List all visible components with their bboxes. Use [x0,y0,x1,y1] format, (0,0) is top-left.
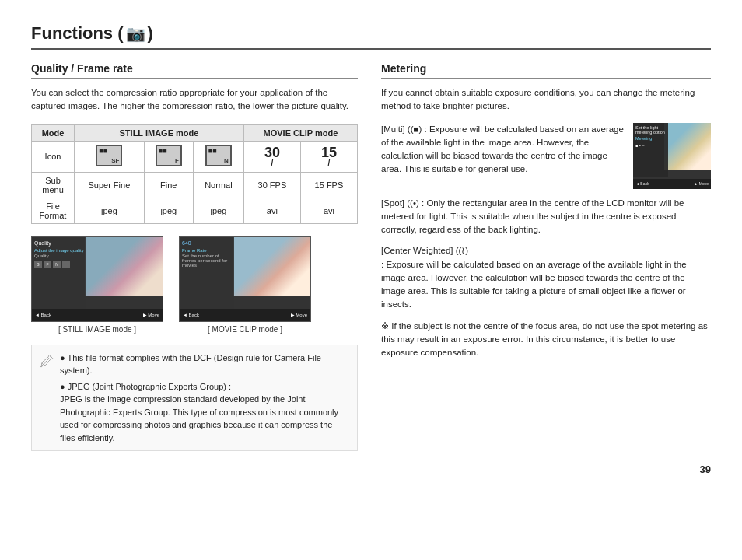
table-icon-normal: ■■ N [193,141,243,172]
title-text: Functions ( [31,23,124,43]
movie-menu-item-1: Frame Rate [182,248,232,253]
spot-text: [Spot] ((•) ) : : Only the rectangular a… [381,197,711,237]
table-icon-15fps: 15 / [300,141,357,172]
movie-move-label: ▶ Move [291,312,307,317]
table-movie-header: MOVIE CLIP mode [243,124,357,141]
metering-bottom-bar: ◄ Back ▶ Move [633,179,711,189]
multi-sym: ■ [414,124,419,134]
center-label: [Center Weighted] ( [381,246,459,255]
table-icon-superfine: ■■ SF [75,141,145,172]
multi-label-line: [Multi] ((■)) : : Exposure will be calcu… [381,123,625,177]
metering-back: ◄ Back [635,181,649,186]
note-line-1: ● This file format complies with the DCF… [60,352,349,377]
note2-text: JPEG (Joint Photographic Experts Group) … [68,382,231,391]
note-icon: 🖉 [40,352,54,445]
table-mode-header: Mode [32,124,75,141]
metering-screenshot: Set the light metering option Metering ■… [633,123,711,189]
metering-icon-2: • [639,143,641,148]
table-submenu-30fps: 30 FPS [243,172,300,198]
still-icon-4 [62,261,70,268]
metering-menu-icons: ■ • ~ [635,143,666,148]
quality-table: Mode STILL IMAGE mode MOVIE CLIP mode Ic… [31,124,358,224]
metering-icon-1: ■ [635,143,638,148]
camera-icon: 📷 [126,25,145,42]
metering-multi-text: [Multi] ((■)) : : Exposure will be calcu… [381,123,625,189]
still-icon-1: S [34,261,42,268]
metering-icon-3: ~ [642,143,645,148]
multi-label: [Multi] ( [381,124,411,134]
note-text: ● This file format complies with the DCF… [60,352,349,445]
movie-screenshot: 640 Frame Rate Set the number of frames … [179,236,311,322]
metering-menu-item-1: Set the light metering option [635,125,666,135]
note-line-2: ● JPEG (Joint Photographic Experts Group… [60,380,349,445]
metering-menu-item-2: Metering [635,136,666,141]
spot-desc: Only the rectangular area in the centre … [381,198,684,235]
still-caption: [ STILL IMAGE mode ] [58,325,136,334]
quality-section-title: Quality / Frame rate [31,62,358,79]
note1-text: This file format complies with the DCF (… [60,353,321,376]
still-photo [85,237,163,296]
movie-bottom-bar: ◄ Back ▶ Move [180,309,310,321]
still-screenshot: Quality Adjust the image quality Quality… [31,236,163,322]
metering-multi-row: [Multi] ((■)) : : Exposure will be calcu… [381,123,711,189]
still-menu-item-1: Adjust the image quality [34,248,84,253]
table-fileformat-sf: jpeg [75,198,145,223]
table-submenu-normal: Normal [193,172,243,198]
table-still-header: STILL IMAGE mode [75,124,244,141]
still-icon-3: N [53,261,61,268]
note-box: 🖉 ● This file format complies with the D… [31,345,358,452]
still-move-label: ▶ Move [143,312,159,317]
center-desc: : Exposure will be calculated based on a… [381,260,687,310]
table-submenu-fine: Fine [144,172,193,198]
table-submenu-label: Sub menu [32,172,75,198]
table-icon-label: Icon [32,141,75,172]
metering-photo [664,123,711,170]
note2-detail: JPEG is the image compression standard d… [60,394,338,443]
table-submenu-15fps: 15 FPS [300,172,357,198]
table-submenu-superfine: Super Fine [75,172,145,198]
page-header: Functions (📷) [31,23,711,50]
quality-intro: You can select the compression ratio app… [31,86,358,114]
movie-photo [233,237,310,296]
metering-center-row: [Center Weighted] ((≀) : Exposure will b… [381,244,711,311]
main-content: Quality / Frame rate You can select the … [31,62,711,451]
table-icon-fine: ■■ F [144,141,193,172]
still-icon-2: F [44,261,51,268]
spot-label: [Spot] ( [381,198,410,208]
still-icon-row: S F N [34,261,84,268]
page-number: 39 [31,464,711,475]
table-fileformat-n: jpeg [193,198,243,223]
table-icon-30fps: 30 / [243,141,300,172]
movie-menu-title: 640 [182,240,232,246]
right-column: Metering If you cannot obtain suitable e… [381,62,711,451]
movie-menu-item-2: Set the number of frames per second for … [182,254,232,268]
still-menu-item-2: Quality [34,254,84,258]
table-fileformat-15: avi [300,198,357,223]
movie-caption: [ MOVIE CLIP mode ] [208,325,282,334]
screenshots-row: Quality Adjust the image quality Quality… [31,236,358,334]
still-back-label: ◄ Back [35,313,51,317]
metering-spot-row: [Spot] ((•) ) : : Only the rectangular a… [381,197,711,237]
title-end: ) [148,23,153,43]
table-fileformat-f: jpeg [144,198,193,223]
left-column: Quality / Frame rate You can select the … [31,62,358,451]
metering-menu-panel: Set the light metering option Metering ■… [633,123,668,177]
spot-sym: • [413,198,416,208]
center-text: [Center Weighted] ((≀) : Exposure will b… [381,244,711,311]
still-bottom-bar: ◄ Back ▶ Move [32,309,163,321]
metering-intro: If you cannot obtain suitable exposure c… [381,86,711,114]
metering-section-title: Metering [381,62,711,79]
metering-note: ※ If the subject is not the centre of th… [381,320,711,360]
table-fileformat-label: FileFormat [32,198,75,223]
movie-back-label: ◄ Back [183,313,199,317]
metering-move: ▶ Move [695,181,709,186]
center-sym: ≀ [461,246,465,255]
table-fileformat-30: avi [243,198,300,223]
still-screenshot-container: Quality Adjust the image quality Quality… [31,236,163,334]
movie-screenshot-container: 640 Frame Rate Set the number of frames … [179,236,311,334]
page-title: Functions (📷) [31,23,153,44]
still-menu-title: Quality [34,240,84,246]
